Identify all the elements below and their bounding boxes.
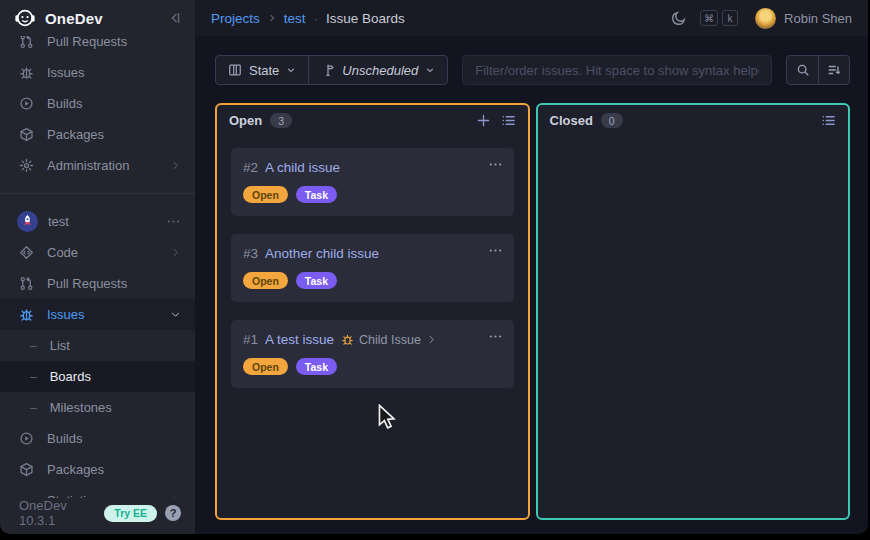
sidebar-item-label: Administration <box>47 158 170 173</box>
card-badges: OpenTask <box>243 358 502 375</box>
try-ee-badge[interactable]: Try EE <box>104 505 157 522</box>
child-issue-link-label: Child Issue <box>359 333 421 347</box>
pull-request-icon <box>19 276 35 291</box>
card-menu-icon[interactable] <box>488 157 503 172</box>
column-actions <box>821 113 836 128</box>
sidebar-item-label: Pull Requests <box>47 276 181 291</box>
issue-card[interactable]: #3Another child issueOpenTask <box>231 234 514 302</box>
bug-icon <box>19 65 35 80</box>
issue-number: #2 <box>243 160 258 175</box>
project-avatar <box>17 211 38 232</box>
sidebar-item-pull-requests[interactable]: Pull Requests <box>0 36 195 57</box>
sidebar-item-issues[interactable]: Issues <box>0 299 195 330</box>
milestone-icon <box>321 63 335 77</box>
breadcrumb-projects-link[interactable]: Projects <box>211 11 260 26</box>
filter-input[interactable] <box>462 55 772 85</box>
sidebar-item-label: Packages <box>47 462 181 477</box>
sidebar-project-header[interactable]: test <box>0 206 195 237</box>
card-title-row: #2A child issue <box>243 160 502 175</box>
user-avatar[interactable] <box>755 8 776 29</box>
play-circle-icon <box>19 431 35 446</box>
user-menu[interactable]: Robin Shen <box>755 8 852 29</box>
issue-number: #3 <box>243 246 258 261</box>
sidebar-item-administration[interactable]: Administration <box>0 150 195 181</box>
sidebar-item-statistics[interactable]: Statistics <box>0 485 195 498</box>
dark-mode-toggle-icon[interactable] <box>671 10 687 26</box>
help-icon[interactable]: ? <box>165 505 181 521</box>
board-select-label: State <box>249 63 279 78</box>
brand-area: OneDev <box>0 0 195 36</box>
column-count-badge: 0 <box>601 113 623 128</box>
sidebar-item-label: Issues <box>47 307 170 322</box>
board-column-closed: Closed0 <box>536 103 851 520</box>
sidebar-footer: OneDev 10.3.1 Try EE ? <box>0 498 195 534</box>
issue-card[interactable]: #1A test issueChild IssueOpenTask <box>231 320 514 388</box>
issue-card[interactable]: #2A child issueOpenTask <box>231 148 514 216</box>
sidebar-item-builds[interactable]: Builds <box>0 88 195 119</box>
issue-title[interactable]: A test issue <box>265 332 334 347</box>
board-columns-icon <box>228 63 242 77</box>
column-menu-icon[interactable] <box>501 113 516 128</box>
sidebar: Pull RequestsIssuesBuildsPackagesAdminis… <box>0 36 195 534</box>
k-keycap: k <box>722 10 738 26</box>
search-icon[interactable] <box>787 56 818 84</box>
column-header: Closed0 <box>538 105 849 135</box>
onedev-logo-icon <box>14 7 36 29</box>
child-issue-link[interactable]: Child Issue <box>341 333 437 347</box>
sidebar-item-issues[interactable]: Issues <box>0 57 195 88</box>
add-card-icon[interactable] <box>476 113 491 128</box>
column-title: Open <box>229 113 262 128</box>
sidebar-subitem-boards[interactable]: Boards <box>0 361 195 392</box>
column-body <box>538 135 849 518</box>
sidebar-item-label: Code <box>47 245 170 260</box>
version-label: OneDev 10.3.1 <box>19 498 96 528</box>
issue-title[interactable]: Another child issue <box>265 246 379 261</box>
chev-right-icon <box>170 247 181 258</box>
column-header: Open3 <box>217 105 528 135</box>
sidebar-item-pull-requests[interactable]: Pull Requests <box>0 268 195 299</box>
column-actions <box>476 113 516 128</box>
brand-name: OneDev <box>45 10 167 27</box>
sidebar-scroll-area[interactable]: Pull RequestsIssuesBuildsPackagesAdminis… <box>0 36 195 498</box>
sidebar-item-packages[interactable]: Packages <box>0 119 195 150</box>
sidebar-subitem-list[interactable]: List <box>0 330 195 361</box>
column-body: #2A child issueOpenTask#3Another child i… <box>217 135 528 518</box>
project-name: test <box>48 214 166 229</box>
breadcrumb-dot: · <box>314 11 318 26</box>
top-bar: OneDev Projects test · Issue Boards <box>0 0 868 36</box>
user-name: Robin Shen <box>784 11 852 26</box>
breadcrumb-chevron-icon <box>267 13 277 23</box>
breadcrumb-project-link[interactable]: test <box>284 11 306 26</box>
column-title: Closed <box>550 113 593 128</box>
pull-request-icon <box>19 36 35 49</box>
card-menu-icon[interactable] <box>488 243 503 258</box>
badge-open: Open <box>243 186 288 203</box>
code-icon <box>19 245 35 260</box>
badge-open: Open <box>243 272 288 289</box>
sidebar-item-label: Issues <box>47 65 181 80</box>
chevron-down-icon <box>286 65 296 75</box>
bug-icon <box>19 307 35 322</box>
iteration-select-button[interactable]: Unscheduled <box>308 56 447 84</box>
sidebar-item-code[interactable]: Code <box>0 237 195 268</box>
card-title-row: #1A test issueChild Issue <box>243 332 502 347</box>
card-title-row: #3Another child issue <box>243 246 502 261</box>
sidebar-global-nav: Pull RequestsIssuesBuildsPackagesAdminis… <box>0 36 195 181</box>
package-icon <box>19 127 35 142</box>
badge-task: Task <box>296 358 337 375</box>
sort-order-icon[interactable] <box>818 56 849 84</box>
board-select-button[interactable]: State <box>216 56 308 84</box>
sidebar-collapse-icon[interactable] <box>167 10 183 26</box>
sidebar-subitem-milestones[interactable]: Milestones <box>0 392 195 423</box>
project-menu-icon[interactable] <box>166 214 181 229</box>
app-window: OneDev Projects test · Issue Boards <box>0 0 868 534</box>
iteration-select-label: Unscheduled <box>342 63 418 78</box>
sidebar-item-packages[interactable]: Packages <box>0 454 195 485</box>
sidebar-project-nav: testCodePull RequestsIssuesListBoardsMil… <box>0 194 195 498</box>
sidebar-item-label: Pull Requests <box>47 36 181 49</box>
issue-title[interactable]: A child issue <box>265 160 340 175</box>
sidebar-item-builds[interactable]: Builds <box>0 423 195 454</box>
column-menu-icon[interactable] <box>821 113 836 128</box>
sidebar-item-label: Builds <box>47 431 181 446</box>
card-menu-icon[interactable] <box>488 329 503 344</box>
